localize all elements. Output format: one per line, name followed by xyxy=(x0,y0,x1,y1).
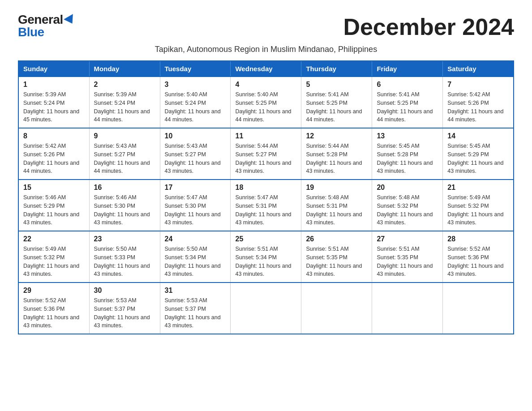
day-number: 31 xyxy=(165,287,226,295)
day-info: Sunrise: 5:49 AMSunset: 5:32 PMDaylight:… xyxy=(23,245,85,278)
day-number: 13 xyxy=(377,132,438,140)
day-number: 17 xyxy=(165,184,226,192)
calendar-cell: 31Sunrise: 5:53 AMSunset: 5:37 PMDayligh… xyxy=(160,283,231,334)
day-number: 30 xyxy=(94,287,155,295)
day-number: 5 xyxy=(306,81,367,89)
calendar-cell: 11Sunrise: 5:44 AMSunset: 5:27 PMDayligh… xyxy=(231,128,301,180)
calendar-cell: 3Sunrise: 5:40 AMSunset: 5:24 PMDaylight… xyxy=(160,77,231,128)
day-info: Sunrise: 5:42 AMSunset: 5:26 PMDaylight:… xyxy=(23,142,85,176)
day-info: Sunrise: 5:46 AMSunset: 5:29 PMDaylight:… xyxy=(23,193,85,227)
day-info: Sunrise: 5:50 AMSunset: 5:34 PMDaylight:… xyxy=(165,245,226,278)
calendar-cell xyxy=(301,283,372,334)
day-info: Sunrise: 5:45 AMSunset: 5:28 PMDaylight:… xyxy=(377,142,438,176)
day-info: Sunrise: 5:49 AMSunset: 5:32 PMDaylight:… xyxy=(447,193,509,227)
day-number: 6 xyxy=(377,81,438,89)
day-number: 7 xyxy=(447,81,509,89)
calendar-cell: 18Sunrise: 5:47 AMSunset: 5:31 PMDayligh… xyxy=(231,180,301,231)
day-info: Sunrise: 5:51 AMSunset: 5:34 PMDaylight:… xyxy=(235,245,296,278)
day-info: Sunrise: 5:48 AMSunset: 5:32 PMDaylight:… xyxy=(377,193,438,227)
calendar-header-row: SundayMondayTuesdayWednesdayThursdayFrid… xyxy=(18,61,514,77)
day-number: 28 xyxy=(447,235,509,243)
day-number: 9 xyxy=(94,132,155,140)
calendar-cell: 25Sunrise: 5:51 AMSunset: 5:34 PMDayligh… xyxy=(231,231,301,283)
day-number: 8 xyxy=(23,132,85,140)
subtitle: Tapikan, Autonomous Region in Muslim Min… xyxy=(18,45,514,54)
day-number: 11 xyxy=(235,132,296,140)
day-number: 1 xyxy=(23,81,85,89)
calendar-week-row: 15Sunrise: 5:46 AMSunset: 5:29 PMDayligh… xyxy=(18,180,514,231)
calendar-cell: 21Sunrise: 5:49 AMSunset: 5:32 PMDayligh… xyxy=(443,180,514,231)
day-info: Sunrise: 5:44 AMSunset: 5:28 PMDaylight:… xyxy=(306,142,367,176)
day-number: 19 xyxy=(306,184,367,192)
calendar-table: SundayMondayTuesdayWednesdayThursdayFrid… xyxy=(18,60,514,334)
day-info: Sunrise: 5:47 AMSunset: 5:30 PMDaylight:… xyxy=(165,193,226,227)
calendar-cell: 16Sunrise: 5:46 AMSunset: 5:30 PMDayligh… xyxy=(89,180,160,231)
calendar-cell: 30Sunrise: 5:53 AMSunset: 5:37 PMDayligh… xyxy=(89,283,160,334)
day-info: Sunrise: 5:46 AMSunset: 5:30 PMDaylight:… xyxy=(94,193,155,227)
calendar-header-monday: Monday xyxy=(89,61,160,77)
calendar-cell: 27Sunrise: 5:51 AMSunset: 5:35 PMDayligh… xyxy=(372,231,443,283)
day-info: Sunrise: 5:52 AMSunset: 5:36 PMDaylight:… xyxy=(23,296,85,330)
day-info: Sunrise: 5:53 AMSunset: 5:37 PMDaylight:… xyxy=(94,296,155,330)
day-info: Sunrise: 5:41 AMSunset: 5:25 PMDaylight:… xyxy=(306,90,367,124)
logo-blue-text: Blue xyxy=(18,26,44,39)
day-number: 2 xyxy=(94,81,155,89)
day-number: 27 xyxy=(377,235,438,243)
calendar-cell: 17Sunrise: 5:47 AMSunset: 5:30 PMDayligh… xyxy=(160,180,231,231)
day-number: 15 xyxy=(23,184,85,192)
day-info: Sunrise: 5:48 AMSunset: 5:31 PMDaylight:… xyxy=(306,193,367,227)
calendar-cell: 2Sunrise: 5:39 AMSunset: 5:24 PMDaylight… xyxy=(89,77,160,128)
calendar-cell: 10Sunrise: 5:43 AMSunset: 5:27 PMDayligh… xyxy=(160,128,231,180)
calendar-cell: 19Sunrise: 5:48 AMSunset: 5:31 PMDayligh… xyxy=(301,180,372,231)
day-number: 23 xyxy=(94,235,155,243)
logo-triangle-icon xyxy=(64,14,77,26)
calendar-header-wednesday: Wednesday xyxy=(231,61,301,77)
day-number: 25 xyxy=(235,235,296,243)
calendar-cell: 26Sunrise: 5:51 AMSunset: 5:35 PMDayligh… xyxy=(301,231,372,283)
calendar-week-row: 22Sunrise: 5:49 AMSunset: 5:32 PMDayligh… xyxy=(18,231,514,283)
day-number: 4 xyxy=(235,81,296,89)
day-info: Sunrise: 5:51 AMSunset: 5:35 PMDaylight:… xyxy=(377,245,438,278)
calendar-cell: 4Sunrise: 5:40 AMSunset: 5:25 PMDaylight… xyxy=(231,77,301,128)
calendar-cell: 1Sunrise: 5:39 AMSunset: 5:24 PMDaylight… xyxy=(18,77,89,128)
day-number: 26 xyxy=(306,235,367,243)
calendar-cell: 14Sunrise: 5:45 AMSunset: 5:29 PMDayligh… xyxy=(443,128,514,180)
day-info: Sunrise: 5:42 AMSunset: 5:26 PMDaylight:… xyxy=(447,90,509,124)
calendar-week-row: 29Sunrise: 5:52 AMSunset: 5:36 PMDayligh… xyxy=(18,283,514,334)
calendar-week-row: 8Sunrise: 5:42 AMSunset: 5:26 PMDaylight… xyxy=(18,128,514,180)
calendar-header-thursday: Thursday xyxy=(301,61,372,77)
calendar-cell: 9Sunrise: 5:43 AMSunset: 5:27 PMDaylight… xyxy=(89,128,160,180)
day-number: 22 xyxy=(23,235,85,243)
calendar-header-sunday: Sunday xyxy=(18,61,89,77)
day-number: 29 xyxy=(23,287,85,295)
day-number: 12 xyxy=(306,132,367,140)
day-number: 18 xyxy=(235,184,296,192)
calendar-header-tuesday: Tuesday xyxy=(160,61,231,77)
calendar-header-friday: Friday xyxy=(372,61,443,77)
calendar-cell: 12Sunrise: 5:44 AMSunset: 5:28 PMDayligh… xyxy=(301,128,372,180)
day-info: Sunrise: 5:40 AMSunset: 5:24 PMDaylight:… xyxy=(165,90,226,124)
day-info: Sunrise: 5:39 AMSunset: 5:24 PMDaylight:… xyxy=(94,90,155,124)
logo: General Blue xyxy=(18,13,76,39)
calendar-cell xyxy=(443,283,514,334)
calendar-cell: 23Sunrise: 5:50 AMSunset: 5:33 PMDayligh… xyxy=(89,231,160,283)
day-info: Sunrise: 5:51 AMSunset: 5:35 PMDaylight:… xyxy=(306,245,367,278)
day-number: 20 xyxy=(377,184,438,192)
calendar-cell: 8Sunrise: 5:42 AMSunset: 5:26 PMDaylight… xyxy=(18,128,89,180)
calendar-cell: 7Sunrise: 5:42 AMSunset: 5:26 PMDaylight… xyxy=(443,77,514,128)
logo-general-text: General xyxy=(18,13,63,26)
calendar-cell: 20Sunrise: 5:48 AMSunset: 5:32 PMDayligh… xyxy=(372,180,443,231)
day-number: 21 xyxy=(447,184,509,192)
day-info: Sunrise: 5:39 AMSunset: 5:24 PMDaylight:… xyxy=(23,90,85,124)
calendar-cell: 13Sunrise: 5:45 AMSunset: 5:28 PMDayligh… xyxy=(372,128,443,180)
day-info: Sunrise: 5:43 AMSunset: 5:27 PMDaylight:… xyxy=(94,142,155,176)
day-info: Sunrise: 5:52 AMSunset: 5:36 PMDaylight:… xyxy=(447,245,509,278)
calendar-cell: 15Sunrise: 5:46 AMSunset: 5:29 PMDayligh… xyxy=(18,180,89,231)
calendar-header-saturday: Saturday xyxy=(443,61,514,77)
calendar-cell: 24Sunrise: 5:50 AMSunset: 5:34 PMDayligh… xyxy=(160,231,231,283)
day-number: 10 xyxy=(165,132,226,140)
calendar-cell xyxy=(372,283,443,334)
day-info: Sunrise: 5:44 AMSunset: 5:27 PMDaylight:… xyxy=(235,142,296,176)
calendar-cell: 22Sunrise: 5:49 AMSunset: 5:32 PMDayligh… xyxy=(18,231,89,283)
month-title: December 2024 xyxy=(343,13,514,40)
